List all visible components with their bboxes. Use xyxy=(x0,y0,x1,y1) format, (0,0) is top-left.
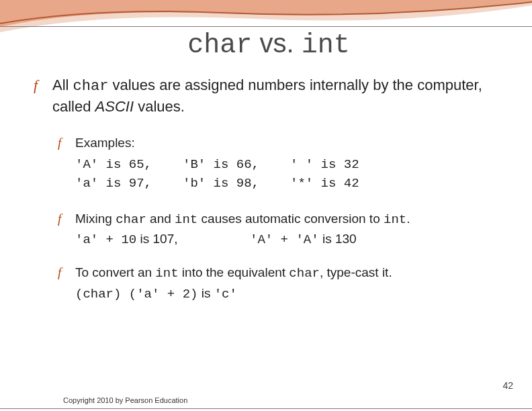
mixing-row: 'a' + 10 is 107, 'A' + 'A' is 130 xyxy=(75,232,504,247)
bullet-convert: fTo convert an int into the equivalent c… xyxy=(58,263,504,283)
bullet-all: fAll char values are assigned numbers in… xyxy=(34,75,504,116)
top-divider xyxy=(0,26,532,27)
examples-table: 'A' is 65, 'B' is 66, ' ' is 32 'a' is 9… xyxy=(75,155,504,193)
convert-row: (char) ('a' + 2) is 'c' xyxy=(75,286,504,302)
title-code-char: char xyxy=(187,30,252,60)
example-cell: 'a' is 97, xyxy=(75,174,183,193)
bullet-examples: fExamples: xyxy=(58,134,504,152)
title-code-int: int xyxy=(302,30,350,60)
mixing-cell: 'A' + 'A' is 130 xyxy=(250,232,425,247)
bullet-glyph: f xyxy=(58,210,73,228)
example-cell: ' ' is 32 xyxy=(290,155,398,175)
page-number: 42 xyxy=(502,380,513,391)
copyright-text: Copyright 2010 by Pearson Education xyxy=(63,396,187,404)
example-row: 'A' is 65, 'B' is 66, ' ' is 32 xyxy=(75,155,504,175)
bottom-divider xyxy=(0,408,532,409)
bullet-glyph: f xyxy=(34,75,48,95)
bullet-glyph: f xyxy=(58,263,73,282)
bullet-mixing: fMixing char and int causes automatic co… xyxy=(58,210,504,230)
mixing-cell: 'a' + 10 is 107, xyxy=(75,232,250,247)
example-cell: 'B' is 66, xyxy=(183,155,290,175)
slide-title: char vs. int xyxy=(34,28,504,60)
example-cell: 'A' is 65, xyxy=(75,155,183,175)
slide-content: char vs. int fAll char values are assign… xyxy=(34,28,504,302)
examples-label: Examples: xyxy=(75,136,135,150)
example-row: 'a' is 97, 'b' is 98, '*' is 42 xyxy=(75,174,504,193)
example-cell: 'b' is 98, xyxy=(183,174,290,193)
bullet-glyph: f xyxy=(58,134,73,152)
title-vs: vs. xyxy=(252,28,301,58)
example-cell: '*' is 42 xyxy=(290,174,398,193)
